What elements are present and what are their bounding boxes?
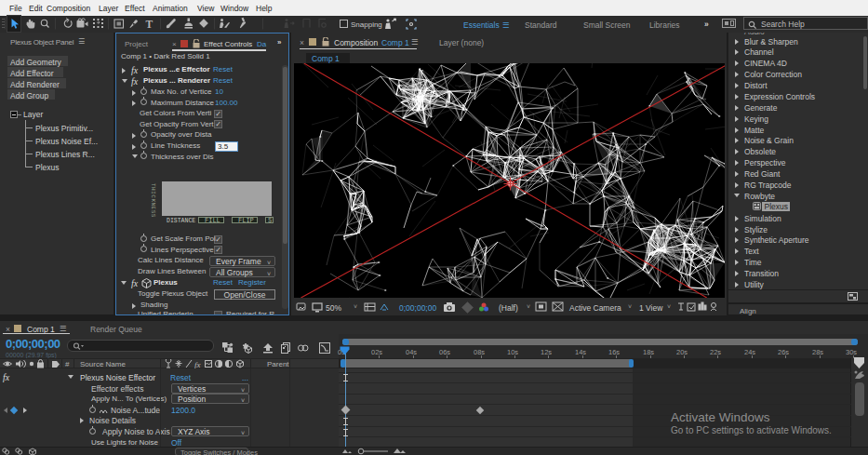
svg-text:T: T	[146, 19, 154, 30]
svg-text:fx: fx	[194, 360, 201, 369]
